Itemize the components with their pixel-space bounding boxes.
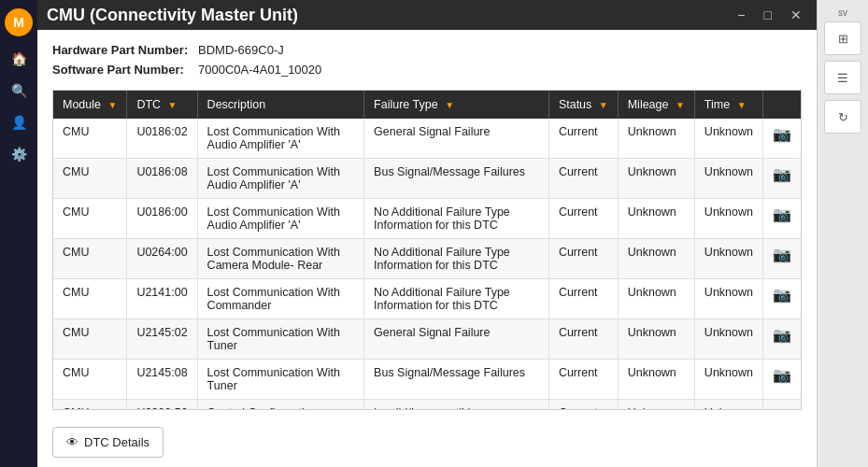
mileage-sort-icon: ▼ (676, 100, 685, 110)
content-area: Hardware Part Number: BDMD-669C0-J Softw… (37, 30, 817, 417)
table-row[interactable]: CMUU2145:02Lost Communication With Tuner… (53, 318, 801, 359)
cell-dtc: U2145:08 (127, 359, 197, 399)
cell-camera[interactable]: 📷 (762, 359, 801, 399)
page-title: CMU (Connectivity Master Unit) (47, 6, 298, 25)
cell-module: CMU (53, 238, 127, 278)
cell-description: Lost Communication With Commander (197, 278, 364, 318)
table-row[interactable]: CMUU0186:00Lost Communication With Audio… (53, 198, 801, 238)
hardware-part-row: Hardware Part Number: BDMD-669C0-J (52, 41, 802, 61)
cell-mileage: Unknown (618, 278, 694, 318)
cell-module: CMU (53, 318, 127, 359)
cell-mileage: Unknown (618, 399, 694, 410)
cell-time: Unknown (694, 399, 762, 410)
restore-button[interactable]: □ (759, 6, 777, 24)
cell-mileage: Unknown (618, 158, 694, 198)
svg-text:M: M (13, 15, 24, 30)
menu-button[interactable]: ☰ (824, 61, 861, 94)
col-time[interactable]: Time ▼ (694, 91, 762, 119)
mazda-logo: M (4, 7, 34, 37)
camera-icon[interactable]: 📷 (773, 126, 791, 142)
col-dtc[interactable]: DTC ▼ (127, 91, 197, 119)
cell-description: Lost Communication With Tuner (197, 359, 364, 399)
cell-camera[interactable]: 📷 (762, 278, 801, 318)
cell-status: Current (548, 318, 618, 359)
camera-icon[interactable]: 📷 (773, 367, 791, 383)
camera-icon[interactable]: 📷 (773, 166, 791, 182)
col-module[interactable]: Module ▼ (53, 91, 127, 119)
part-info: Hardware Part Number: BDMD-669C0-J Softw… (52, 41, 802, 80)
table-row[interactable]: CMUU2300:56Central ConfigurationInvalid/… (53, 399, 801, 410)
sidebar-icon-user[interactable]: 👤 (5, 108, 33, 136)
table-row[interactable]: CMUU0186:02Lost Communication With Audio… (53, 119, 801, 159)
table-row[interactable]: CMUU2141:00Lost Communication With Comma… (53, 278, 801, 318)
col-mileage[interactable]: Mileage ▼ (618, 91, 694, 119)
cell-mileage: Unknown (618, 238, 694, 278)
cell-failure_type: No Additional Failure Type Information f… (364, 238, 549, 278)
cell-failure_type: No Additional Failure Type Information f… (364, 198, 549, 238)
table-row[interactable]: CMUU2145:08Lost Communication With Tuner… (53, 359, 801, 399)
cell-dtc: U2145:02 (127, 318, 197, 359)
cell-time: Unknown (694, 359, 762, 399)
cell-status: Current (548, 198, 618, 238)
table-row[interactable]: CMUU0264:00Lost Communication With Camer… (53, 238, 801, 278)
dtc-details-label: DTC Details (84, 435, 149, 449)
refresh-button[interactable]: ↻ (824, 100, 861, 134)
cell-status: Current (548, 278, 618, 318)
right-panel: sv ⊞ ☰ ↻ (817, 0, 868, 467)
software-part-value: 7000C0A-4A01_10020 (198, 61, 321, 80)
cell-module: CMU (53, 399, 127, 410)
module-sort-icon: ▼ (107, 100, 117, 110)
col-failure-type[interactable]: Failure Type ▼ (364, 91, 549, 119)
cell-camera[interactable]: 📷 (762, 119, 801, 159)
time-sort-icon: ▼ (737, 100, 747, 110)
cell-description: Lost Communication With Tuner (197, 318, 364, 359)
cell-camera[interactable]: 📷 (762, 158, 801, 198)
topbar: CMU (Connectivity Master Unit) − □ ✕ (37, 0, 817, 30)
cell-time: Unknown (694, 278, 762, 318)
failure-sort-icon: ▼ (445, 100, 454, 110)
grid-icon: ⊞ (838, 32, 848, 46)
cell-dtc: U2141:00 (127, 278, 197, 318)
grid-view-button[interactable]: ⊞ (824, 21, 861, 55)
cell-description: Lost Communication With Audio Amplifier … (197, 158, 364, 198)
software-part-row: Software Part Number: 7000C0A-4A01_10020 (52, 61, 802, 80)
dtc-table-container: Module ▼ DTC ▼ Description Failure Type … (52, 90, 802, 410)
dtc-details-button[interactable]: 👁 DTC Details (52, 427, 164, 458)
cell-description: Central Configuration (197, 399, 364, 410)
cell-failure_type: Bus Signal/Message Failures (364, 359, 549, 399)
cell-mileage: Unknown (618, 359, 694, 399)
col-camera (762, 91, 801, 119)
cell-failure_type: General Signal Failure (364, 119, 549, 159)
sidebar-icon-home[interactable]: 🏠 (5, 45, 33, 73)
camera-icon[interactable]: 📷 (773, 407, 791, 410)
cell-dtc: U0264:00 (127, 238, 197, 278)
cell-mileage: Unknown (618, 119, 694, 159)
table-header-row: Module ▼ DTC ▼ Description Failure Type … (53, 91, 801, 119)
cell-dtc: U2300:56 (127, 399, 197, 410)
cell-camera[interactable]: 📷 (762, 238, 801, 278)
eye-icon: 👁 (66, 435, 78, 449)
software-part-label: Software Part Number: (52, 61, 192, 80)
cell-failure_type: General Signal Failure (364, 318, 549, 359)
camera-icon[interactable]: 📷 (773, 206, 791, 222)
sidebar-icon-search[interactable]: 🔍 (5, 77, 33, 105)
table-row[interactable]: CMUU0186:08Lost Communication With Audio… (53, 158, 801, 198)
cell-time: Unknown (694, 119, 762, 159)
cell-camera[interactable]: 📷 (762, 198, 801, 238)
camera-icon[interactable]: 📷 (773, 247, 791, 262)
main-area: CMU (Connectivity Master Unit) − □ ✕ Har… (37, 0, 817, 467)
hardware-part-value: BDMD-669C0-J (198, 41, 284, 61)
cell-failure_type: No Additional Failure Type Information f… (364, 278, 549, 318)
camera-icon[interactable]: 📷 (773, 287, 791, 303)
cell-module: CMU (53, 198, 127, 238)
cell-camera[interactable]: 📷 (762, 318, 801, 359)
menu-icon: ☰ (837, 71, 848, 85)
dtc-sort-icon: ▼ (168, 100, 178, 110)
sidebar-icon-settings[interactable]: ⚙️ (5, 140, 33, 168)
close-button[interactable]: ✕ (785, 6, 807, 24)
cell-time: Unknown (694, 158, 762, 198)
col-status[interactable]: Status ▼ (548, 91, 618, 119)
cell-camera[interactable]: 📷 (762, 399, 801, 410)
camera-icon[interactable]: 📷 (773, 327, 791, 343)
minimize-button[interactable]: − (732, 6, 750, 24)
